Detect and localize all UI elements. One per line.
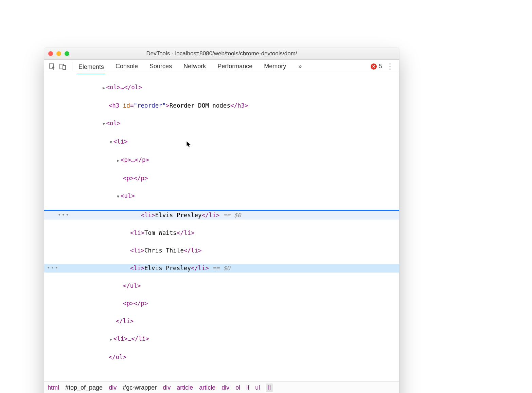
mouse-cursor-icon [186,141,192,148]
dom-row[interactable]: ▼<ol> [44,119,399,128]
crumb-item-current[interactable]: li [266,383,273,392]
close-icon[interactable] [48,51,53,56]
separator [72,62,72,71]
tab-sources[interactable]: Sources [148,61,173,72]
dom-row[interactable]: </li> [44,317,399,325]
tab-elements[interactable]: Elements [77,61,105,74]
gutter-dots-icon: ••• [47,264,59,273]
dom-row[interactable]: </ul> [44,281,399,290]
tab-performance[interactable]: Performance [216,61,254,72]
dom-row[interactable]: </ol> [44,353,399,361]
inspect-element-icon[interactable] [48,62,56,71]
dom-tree[interactable]: ▶<ol>…</ol> <h3 id="reorder">Reorder DOM… [44,73,399,381]
devtools-window: DevTools - localhost:8080/web/tools/chro… [44,48,399,393]
dom-row[interactable]: ▶<p>…</p> [44,155,399,165]
tab-console[interactable]: Console [114,61,139,72]
minimize-icon[interactable] [56,51,61,56]
crumb-item[interactable]: div [163,384,171,391]
dom-row[interactable]: <p></p> [44,299,399,308]
crumb-item[interactable]: #gc-wrapper [123,384,157,391]
dom-row-drag-ghost[interactable]: ••• <li>Elvis Presley</li> == $0 [44,210,399,220]
crumb-item[interactable]: article [177,384,193,391]
traffic-lights [48,51,69,56]
window-title: DevTools - localhost:8080/web/tools/chro… [44,50,399,57]
zoom-icon[interactable] [65,51,69,56]
more-tabs-chevron-icon[interactable]: » [296,63,304,70]
dom-row[interactable]: ▶<li>…</li> [44,334,399,344]
crumb-item[interactable]: #top_of_page [65,384,103,391]
crumb-item[interactable]: article [199,384,215,391]
gutter-dots-icon: ••• [58,211,70,220]
dom-row[interactable]: <li>Tom Waits</li> [44,228,399,237]
settings-menu-icon[interactable]: ⋮ [384,62,396,71]
crumb-item[interactable]: html [48,384,59,391]
device-toolbar-icon[interactable] [58,62,67,71]
dom-row[interactable]: <h3 id="reorder">Reorder DOM nodes</h3> [44,101,399,110]
svg-rect-2 [63,66,66,70]
tab-network[interactable]: Network [182,61,207,72]
crumb-item[interactable]: ul [255,384,260,391]
dom-row[interactable]: <p></p> [44,174,399,183]
error-counter[interactable]: ✕ 5 [371,63,382,70]
main-toolbar: Elements Console Sources Network Perform… [44,60,399,73]
crumb-item[interactable]: li [246,384,249,391]
crumb-item[interactable]: div [109,384,117,391]
breadcrumb: html #top_of_page div #gc-wrapper div ar… [44,381,399,393]
crumb-item[interactable]: ol [235,384,240,391]
error-count: 5 [379,63,382,70]
titlebar[interactable]: DevTools - localhost:8080/web/tools/chro… [44,48,399,60]
crumb-item[interactable]: div [221,384,229,391]
dom-row-selected[interactable]: ••• <li>Elvis Presley</li> == $0 [44,264,399,273]
error-icon: ✕ [371,63,377,70]
dom-row[interactable]: ▼<li> [44,137,399,147]
panel-tabs: Elements Console Sources Network Perform… [77,61,369,72]
dom-row[interactable]: ▶<ol>…</ol> [44,83,399,92]
dom-row[interactable]: ▼<ul> [44,191,399,201]
dom-row[interactable]: <li>Chris Thile</li> [44,246,399,255]
tab-memory[interactable]: Memory [263,61,287,72]
